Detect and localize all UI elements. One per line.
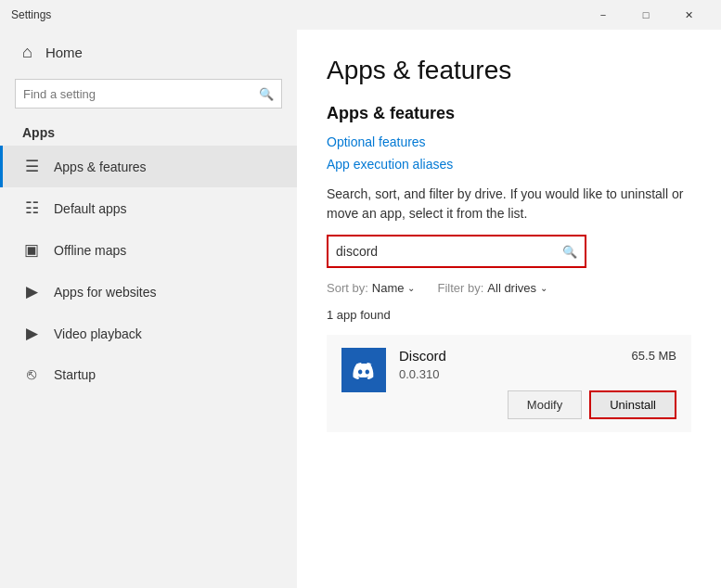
sidebar-item-video-playback-label: Video playback bbox=[54, 326, 142, 341]
sidebar-item-default-apps[interactable]: ☷ Default apps bbox=[0, 187, 297, 229]
sort-dropdown[interactable]: Sort by: Name ⌄ bbox=[327, 281, 415, 295]
optional-features-link[interactable]: Optional features bbox=[327, 134, 691, 149]
sidebar-item-startup[interactable]: ⎋ Startup bbox=[0, 354, 297, 395]
sidebar-item-apps-features[interactable]: ☰ Apps & features bbox=[0, 146, 297, 187]
sidebar-item-default-apps-label: Default apps bbox=[54, 201, 127, 216]
window-controls: − □ ✕ bbox=[582, 0, 710, 30]
sidebar-item-video-playback[interactable]: ▶ Video playback bbox=[0, 313, 297, 354]
sidebar-item-offline-maps[interactable]: ▣ Offline maps bbox=[0, 229, 297, 271]
description-text: Search, sort, and filter by drive. If yo… bbox=[327, 185, 691, 224]
app-info: Discord 65.5 MB 0.0.310 Modify Uninstall bbox=[399, 348, 676, 419]
startup-icon: ⎋ bbox=[22, 365, 41, 384]
sidebar: ⌂ Home 🔍 Apps ☰ Apps & features ☷ Defaul… bbox=[0, 30, 297, 588]
uninstall-button[interactable]: Uninstall bbox=[589, 390, 676, 419]
sidebar-section-label: Apps bbox=[0, 116, 297, 146]
default-apps-icon: ☷ bbox=[22, 198, 41, 218]
sort-chevron-icon: ⌄ bbox=[407, 283, 415, 293]
app-execution-aliases-link[interactable]: App execution aliases bbox=[327, 157, 691, 172]
sidebar-item-startup-label: Startup bbox=[54, 367, 96, 382]
app-name-row: Discord 65.5 MB bbox=[399, 348, 676, 364]
sort-filter-row: Sort by: Name ⌄ Filter by: All drives ⌄ bbox=[327, 281, 691, 295]
search-filter-row: 🔍 bbox=[327, 235, 691, 268]
offline-maps-icon: ▣ bbox=[22, 240, 41, 260]
video-playback-icon: ▶ bbox=[22, 324, 41, 343]
apps-features-icon: ☰ bbox=[22, 157, 41, 176]
main-content: Apps & features Apps & features Optional… bbox=[297, 30, 721, 588]
sidebar-item-home[interactable]: ⌂ Home bbox=[0, 30, 297, 75]
app-icon-discord bbox=[341, 348, 386, 392]
app-size: 65.5 MB bbox=[632, 349, 676, 363]
home-icon: ⌂ bbox=[22, 43, 32, 62]
modify-button[interactable]: Modify bbox=[508, 390, 582, 419]
app-list-item[interactable]: Discord 65.5 MB 0.0.310 Modify Uninstall bbox=[327, 335, 691, 432]
app-actions: Modify Uninstall bbox=[399, 390, 676, 419]
sidebar-search-box[interactable]: 🔍 bbox=[15, 79, 282, 109]
sidebar-item-apps-websites-label: Apps for websites bbox=[54, 285, 157, 300]
app-search-icon: 🔍 bbox=[562, 245, 577, 259]
sidebar-item-offline-maps-label: Offline maps bbox=[54, 243, 126, 258]
app-search-input[interactable] bbox=[336, 244, 562, 259]
app-version: 0.0.310 bbox=[399, 367, 676, 381]
window-title: Settings bbox=[11, 8, 582, 21]
sidebar-item-apps-features-label: Apps & features bbox=[54, 160, 147, 174]
discord-svg-icon bbox=[347, 353, 380, 387]
app-name: Discord bbox=[399, 348, 446, 364]
sidebar-home-label: Home bbox=[45, 45, 83, 60]
filter-value: All drives bbox=[487, 281, 536, 295]
title-bar: Settings − □ ✕ bbox=[0, 0, 721, 30]
section-title: Apps & features bbox=[327, 104, 691, 123]
filter-label: Filter by: bbox=[437, 281, 483, 295]
sort-value: Name bbox=[372, 281, 405, 295]
filter-chevron-icon: ⌄ bbox=[540, 283, 547, 293]
sidebar-search-input[interactable] bbox=[23, 87, 259, 101]
search-icon: 🔍 bbox=[259, 87, 274, 101]
filter-dropdown[interactable]: Filter by: All drives ⌄ bbox=[437, 281, 547, 295]
app-body: ⌂ Home 🔍 Apps ☰ Apps & features ☷ Defaul… bbox=[0, 30, 721, 588]
minimize-button[interactable]: − bbox=[582, 0, 624, 30]
sort-label: Sort by: bbox=[327, 281, 368, 295]
app-search-box[interactable]: 🔍 bbox=[327, 235, 586, 268]
maximize-button[interactable]: □ bbox=[624, 0, 667, 30]
apps-websites-icon: ▶ bbox=[22, 282, 41, 301]
close-button[interactable]: ✕ bbox=[667, 0, 710, 30]
apps-found-count: 1 app found bbox=[327, 308, 691, 322]
sidebar-item-apps-websites[interactable]: ▶ Apps for websites bbox=[0, 271, 297, 313]
page-title: Apps & features bbox=[327, 56, 691, 85]
